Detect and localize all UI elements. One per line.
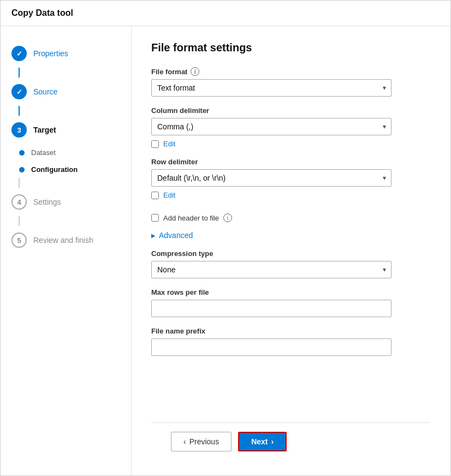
main-content: File format settings File format i Text … [132,26,450,475]
next-icon: › [271,437,274,446]
row-delimiter-edit-row: Edit [151,191,431,199]
add-header-label[interactable]: Add header to file [163,214,219,222]
step-circle-properties: ✓ [11,46,27,61]
sidebar-item-settings[interactable]: 4 Settings [1,188,131,216]
sidebar-label-settings: Settings [33,198,61,206]
title-bar: Copy Data tool [1,1,450,26]
sidebar-item-target[interactable]: 3 Target [1,116,131,144]
column-delimiter-section: Column delimiter Comma (,) Tab (\t) Semi… [151,106,431,148]
sidebar-label-configuration: Configuration [31,165,78,174]
row-delimiter-label: Row delimiter [151,158,431,166]
sidebar-label-target: Target [33,126,56,134]
max-rows-label: Max rows per file [151,288,431,296]
file-name-prefix-label: File name prefix [151,327,431,335]
row-delimiter-select-wrapper: Default (\r,\n, or \r\n) Carriage Return… [151,169,391,187]
compression-type-select-wrapper: None gzip bzip2 deflate ZipDeflate snapp… [151,261,391,278]
compression-type-label: Compression type [151,249,431,258]
column-delimiter-select-wrapper: Comma (,) Tab (\t) Semicolon (;) Pipe (|… [151,118,391,135]
add-header-info-icon[interactable]: i [223,213,232,222]
add-header-row: Add header to file i [151,213,431,222]
previous-icon: ‹ [183,437,186,446]
sidebar-item-dataset[interactable]: Dataset [1,144,131,161]
connector-1 [19,68,20,78]
dot-configuration [19,167,25,172]
previous-label: Previous [189,437,219,446]
max-rows-input[interactable] [151,300,391,317]
file-format-select-wrapper: Text format Binary format JSON format Av… [151,79,391,97]
previous-button[interactable]: ‹ Previous [171,432,232,451]
connector-2 [19,106,20,116]
column-delimiter-select[interactable]: Comma (,) Tab (\t) Semicolon (;) Pipe (|… [151,118,391,135]
sidebar-label-dataset: Dataset [31,148,56,157]
sidebar-item-configuration[interactable]: Configuration [1,161,131,178]
copy-data-tool-window: Copy Data tool ✓ Properties ✓ Source 3 T… [0,0,451,476]
file-format-info-icon[interactable]: i [191,67,199,76]
compression-type-select[interactable]: None gzip bzip2 deflate ZipDeflate snapp… [151,261,391,278]
dot-dataset [19,150,25,156]
file-format-section: File format i Text format Binary format … [151,67,431,97]
file-name-prefix-section: File name prefix [151,327,431,356]
sidebar-item-properties[interactable]: ✓ Properties [1,39,131,68]
sidebar-label-review: Review and finish [33,236,93,245]
advanced-section[interactable]: ▶ Advanced [151,231,431,240]
add-header-checkbox[interactable] [151,214,159,222]
compression-type-section: Compression type None gzip bzip2 deflate… [151,249,431,278]
sidebar-item-source[interactable]: ✓ Source [1,78,131,106]
footer: ‹ Previous Next › [151,423,431,460]
connector-3 [19,178,20,188]
connector-4 [19,216,20,226]
column-delimiter-label: Column delimiter [151,106,431,115]
column-delimiter-edit-checkbox[interactable] [151,140,159,148]
sidebar-label-source: Source [33,87,57,96]
next-label: Next [251,437,268,446]
sidebar-label-properties: Properties [33,49,68,58]
column-delimiter-edit-label[interactable]: Edit [163,140,175,148]
file-format-select[interactable]: Text format Binary format JSON format Av… [151,79,391,97]
window-title: Copy Data tool [11,8,73,17]
file-name-prefix-input[interactable] [151,338,391,356]
step-circle-review: 5 [11,233,27,248]
advanced-chevron-icon: ▶ [151,233,156,239]
step-circle-target: 3 [11,122,27,138]
max-rows-section: Max rows per file [151,288,431,317]
content-area: ✓ Properties ✓ Source 3 Target Dataset [1,26,450,475]
page-title: File format settings [151,41,431,54]
row-delimiter-edit-checkbox[interactable] [151,192,159,199]
sidebar-item-review[interactable]: 5 Review and finish [1,226,131,254]
advanced-label: Advanced [159,231,193,240]
row-delimiter-section: Row delimiter Default (\r,\n, or \r\n) C… [151,158,431,199]
sidebar: ✓ Properties ✓ Source 3 Target Dataset [1,26,132,475]
step-circle-settings: 4 [11,194,27,210]
column-delimiter-edit-row: Edit [151,140,431,148]
row-delimiter-select[interactable]: Default (\r,\n, or \r\n) Carriage Return… [151,169,391,187]
row-delimiter-edit-label[interactable]: Edit [163,191,175,199]
file-format-label: File format i [151,67,431,76]
next-button[interactable]: Next › [238,432,287,451]
step-circle-source: ✓ [11,84,27,99]
